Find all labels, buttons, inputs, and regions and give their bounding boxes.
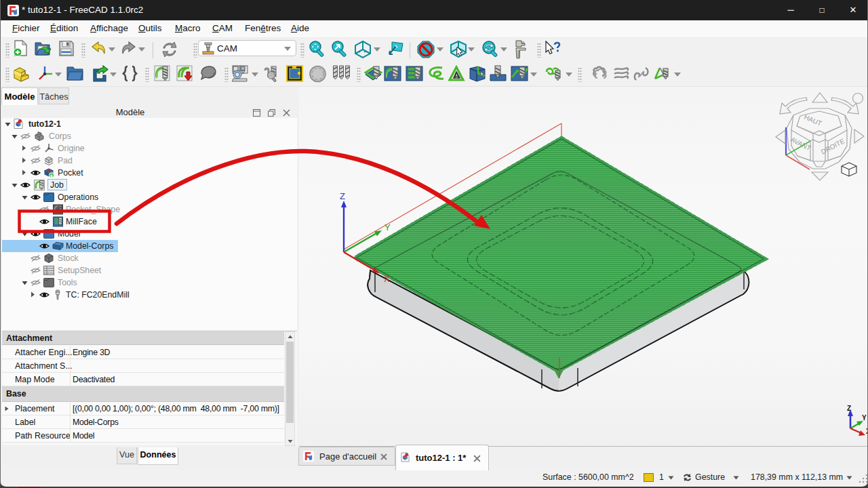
svg-text:Y: Y xyxy=(384,222,391,232)
svg-text:X: X xyxy=(384,274,390,284)
svg-text:Z: Z xyxy=(340,191,345,201)
svg-text:Z: Z xyxy=(847,405,851,412)
svg-text:A: A xyxy=(454,71,460,81)
svg-text:Y: Y xyxy=(862,414,867,422)
